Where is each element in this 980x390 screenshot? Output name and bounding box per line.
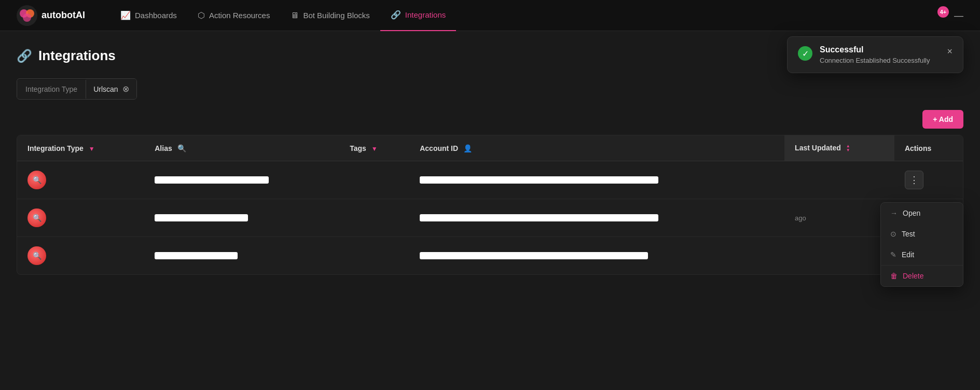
row3-account-id <box>409 237 784 275</box>
toast-close-button[interactable]: × <box>947 46 953 57</box>
row3-alias <box>144 237 339 275</box>
page-title: Integrations <box>38 48 116 64</box>
row1-tags <box>339 161 409 199</box>
account-id-person-icon: 👤 <box>463 144 472 152</box>
row3-account-value <box>420 252 648 259</box>
integration-type-filter-icon[interactable]: ▼ <box>89 145 95 152</box>
row2-last-updated: ago <box>784 199 894 237</box>
urlscan-icon <box>27 171 46 189</box>
row2-integration-type <box>17 199 144 237</box>
notification-badge[interactable]: 4+ <box>937 6 949 18</box>
open-icon: → <box>890 209 898 217</box>
delete-icon: 🗑 <box>890 272 898 280</box>
filter-type-label: Integration Type <box>17 80 86 99</box>
row3-last-updated <box>784 237 894 275</box>
nav-item-integrations[interactable]: 🔗 Integrations <box>380 0 456 31</box>
row2-account-value <box>420 214 658 221</box>
nav-item-bot-building-blocks[interactable]: 🖥 Bot Building Blocks <box>280 0 380 31</box>
test-icon: ⊙ <box>890 230 896 238</box>
logo[interactable]: autobotAI <box>17 5 85 26</box>
page-title-icon: 🔗 <box>17 49 32 63</box>
dropdown-item-test[interactable]: ⊙ Test <box>881 224 963 244</box>
logo-icon <box>17 5 37 26</box>
dropdown-item-edit[interactable]: ✎ Edit <box>881 244 963 265</box>
success-check-icon: ✓ <box>798 46 812 61</box>
dropdown-item-open[interactable]: → Open <box>881 203 963 224</box>
row2-alias-value <box>155 214 248 221</box>
nav-item-action-resources[interactable]: ⬡ Action Resources <box>187 0 281 31</box>
logo-text: autobotAI <box>42 10 85 21</box>
row1-integration-type <box>17 161 144 199</box>
filter-bar: Integration Type Urlscan ⊗ <box>17 78 137 100</box>
table-row: ago ⋮ <box>17 199 963 237</box>
row3-alias-value <box>155 252 238 259</box>
table-row: ⋮ <box>17 237 963 275</box>
bot-building-blocks-icon: 🖥 <box>291 11 299 20</box>
table: Integration Type ▼ Alias 🔍 Tags ▼ Accoun… <box>17 135 963 274</box>
row3-integration-type <box>17 237 144 275</box>
th-alias: Alias 🔍 <box>144 135 339 161</box>
dropdown-item-delete[interactable]: 🗑 Delete <box>881 266 963 286</box>
row1-account-value <box>420 176 658 184</box>
row2-tags <box>339 199 409 237</box>
tags-filter-icon[interactable]: ▼ <box>371 145 378 152</box>
row1-alias <box>144 161 339 199</box>
th-actions: Actions <box>894 135 963 161</box>
row1-actions: ⋮ <box>894 161 963 199</box>
th-tags: Tags ▼ <box>339 135 409 161</box>
th-integration-type: Integration Type ▼ <box>17 135 144 161</box>
row1-account-id <box>409 161 784 199</box>
svg-point-3 <box>23 13 31 22</box>
nav-item-dashboards[interactable]: 📈 Dashboards <box>110 0 187 31</box>
th-last-updated[interactable]: Last Updated ▲ ▼ <box>784 135 894 161</box>
action-resources-icon: ⬡ <box>198 10 205 20</box>
success-toast: ✓ Successful Connection Established Succ… <box>787 36 963 73</box>
table-row: ⋮ <box>17 161 963 199</box>
integrations-icon: 🔗 <box>391 10 401 20</box>
filter-close-button[interactable]: ⊗ <box>122 84 129 94</box>
row1-last-updated <box>784 161 894 199</box>
last-updated-sort-icon[interactable]: ▲ ▼ <box>846 144 850 152</box>
row1-alias-value <box>155 176 269 184</box>
edit-icon: ✎ <box>890 250 896 259</box>
dashboards-icon: 📈 <box>120 10 131 20</box>
urlscan-icon <box>27 246 46 265</box>
toast-message: Connection Established Successfully <box>820 57 940 64</box>
filter-value[interactable]: Urlscan ⊗ <box>86 79 136 99</box>
minimize-button[interactable]: — <box>954 10 963 21</box>
actions-dropdown-menu: → Open ⊙ Test ✎ Edit 🗑 Delete <box>880 202 963 287</box>
th-account-id: Account ID 👤 <box>409 135 784 161</box>
add-integration-button[interactable]: + Add <box>922 110 963 129</box>
integrations-table: Integration Type ▼ Alias 🔍 Tags ▼ Accoun… <box>17 135 963 275</box>
row2-account-id <box>409 199 784 237</box>
nav-links: 📈 Dashboards ⬡ Action Resources 🖥 Bot Bu… <box>110 0 963 31</box>
urlscan-icon <box>27 208 46 227</box>
row1-actions-button[interactable]: ⋮ <box>905 171 923 189</box>
alias-search-icon[interactable]: 🔍 <box>177 144 186 152</box>
row2-alias <box>144 199 339 237</box>
top-navigation: autobotAI 📈 Dashboards ⬡ Action Resource… <box>0 0 980 31</box>
main-content: 🔗 Integrations Integration Type Urlscan … <box>0 31 980 390</box>
toast-title: Successful <box>820 45 940 54</box>
toast-content: Successful Connection Established Succes… <box>820 45 940 64</box>
row3-tags <box>339 237 409 275</box>
table-header-row: Integration Type ▼ Alias 🔍 Tags ▼ Accoun… <box>17 135 963 161</box>
